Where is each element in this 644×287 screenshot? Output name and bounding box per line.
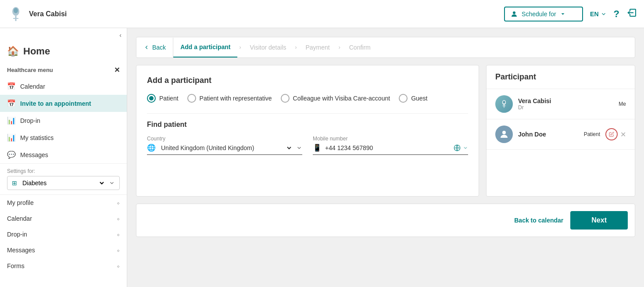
find-patient-title: Find patient bbox=[147, 121, 468, 129]
sidebar-section-header: Healthcare menu ✕ bbox=[0, 62, 127, 78]
vera-badge: Me bbox=[619, 101, 626, 107]
wizard-step-visitor-label: Visitor details bbox=[250, 44, 286, 51]
back-chevron-icon bbox=[143, 44, 150, 50]
header-right: Schedule for EN ? bbox=[504, 7, 637, 22]
forms-label: Forms bbox=[7, 262, 25, 269]
help-icon[interactable]: ? bbox=[614, 8, 619, 20]
john-remove-button[interactable]: ✕ bbox=[620, 130, 626, 139]
sidebar-item-statistics[interactable]: 📊 My statistics bbox=[0, 129, 127, 146]
person-icon bbox=[510, 10, 518, 18]
sidebar-item-my-profile[interactable]: My profile ⬦ bbox=[0, 195, 127, 211]
radio-patient-circle bbox=[147, 94, 156, 103]
sidebar-item-invite[interactable]: 📅 Invite to an appointment bbox=[0, 95, 127, 112]
phone-flag-dropdown[interactable] bbox=[453, 144, 468, 152]
sidebar-item-messages[interactable]: 💬 Messages bbox=[0, 146, 127, 163]
back-to-calendar-button[interactable]: Back to calendar bbox=[514, 217, 563, 224]
vera-info: Vera Cabisi Dr bbox=[518, 97, 613, 111]
radio-guest-circle bbox=[399, 94, 408, 103]
radio-patient-rep[interactable]: Patient with representative bbox=[187, 94, 272, 103]
vera-avatar bbox=[495, 95, 513, 113]
svg-point-7 bbox=[503, 101, 505, 104]
language-label: EN bbox=[590, 11, 598, 18]
svg-point-10 bbox=[502, 131, 506, 134]
sidebar-collapse-button[interactable]: ‹ bbox=[0, 28, 127, 42]
app-title: Vera Cabisi bbox=[29, 10, 67, 18]
wizard-step-visitor-details[interactable]: Visitor details bbox=[243, 38, 293, 57]
wizard-step-payment[interactable]: Payment bbox=[299, 38, 337, 57]
john-info: John Doe bbox=[518, 131, 579, 138]
calendar-exp-label: Calendar bbox=[7, 215, 32, 222]
wizard-step-confirm[interactable]: Confirm bbox=[342, 38, 378, 57]
radio-patient-rep-circle bbox=[187, 94, 196, 103]
logout-icon[interactable] bbox=[626, 7, 637, 20]
sidebar-item-dropin[interactable]: 📊 Drop-in bbox=[0, 112, 127, 129]
home-icon: 🏠 bbox=[7, 46, 19, 57]
messages-icon: 💬 bbox=[7, 151, 16, 159]
john-edit-button[interactable] bbox=[605, 128, 618, 140]
sidebar-item-dropin-exp[interactable]: Drop-in ⬦ bbox=[0, 226, 127, 242]
wizard-chevron-1: › bbox=[237, 44, 243, 50]
content-row: Add a participant Patient Patient with r… bbox=[136, 65, 635, 197]
sidebar-item-calendar-exp[interactable]: Calendar ⬦ bbox=[0, 211, 127, 226]
settings-chevron-icon bbox=[109, 180, 115, 186]
svg-point-4 bbox=[513, 11, 515, 14]
settings-select[interactable]: ⊞ Diabetes bbox=[7, 176, 120, 190]
sidebar: ‹ 🏠 Home Healthcare menu ✕ 📅 Calendar 📅 … bbox=[0, 28, 127, 287]
radio-colleague-circle bbox=[281, 94, 290, 103]
settings-dropdown[interactable]: Diabetes bbox=[21, 179, 105, 187]
invite-icon: 📅 bbox=[7, 99, 16, 108]
wizard-step-add-participant[interactable]: Add a participant bbox=[173, 37, 237, 57]
sidebar-item-messages-exp[interactable]: Messages ⬦ bbox=[0, 242, 127, 258]
globe-icon: 🌐 bbox=[147, 144, 156, 152]
header-left: Vera Cabisi bbox=[7, 5, 67, 23]
wizard-step-payment-label: Payment bbox=[306, 44, 330, 51]
messages-exp-expand-icon: ⬦ bbox=[117, 247, 120, 253]
john-avatar bbox=[495, 126, 513, 143]
radio-patient-label: Patient bbox=[159, 95, 179, 102]
wizard-chevron-3: › bbox=[337, 44, 342, 50]
add-participant-title: Add a participant bbox=[147, 76, 468, 85]
participant-type-group: Patient Patient with representative Coll… bbox=[147, 94, 468, 103]
settings-for-label: Settings for: bbox=[7, 168, 120, 174]
participant-vera: Vera Cabisi Dr Me bbox=[487, 89, 635, 119]
mobile-input[interactable] bbox=[325, 144, 450, 151]
main-layout: ‹ 🏠 Home Healthcare menu ✕ 📅 Calendar 📅 … bbox=[0, 28, 644, 287]
country-select-wrapper[interactable]: 🌐 United Kingdom (United Kingdom) bbox=[147, 144, 302, 155]
sidebar-invite-label: Invite to an appointment bbox=[20, 100, 91, 107]
language-selector[interactable]: EN bbox=[590, 11, 606, 18]
sidebar-item-calendar[interactable]: 📅 Calendar bbox=[0, 78, 127, 95]
schedule-for-dropdown[interactable]: Schedule for bbox=[504, 7, 583, 22]
settings-grid-icon: ⊞ bbox=[12, 179, 17, 187]
dropin-exp-label: Drop-in bbox=[7, 231, 27, 238]
mobile-group: Mobile number 📱 bbox=[313, 136, 468, 155]
country-select[interactable]: United Kingdom (United Kingdom) bbox=[159, 144, 293, 152]
mobile-input-wrapper: 📱 bbox=[313, 144, 468, 155]
john-actions: ✕ bbox=[605, 128, 626, 140]
sidebar-item-forms[interactable]: Forms ⬦ bbox=[0, 258, 127, 274]
mobile-label: Mobile number bbox=[313, 136, 468, 142]
healthcare-menu-label: Healthcare menu bbox=[7, 67, 53, 73]
logo-icon bbox=[7, 5, 25, 23]
participant-john: John Doe Patient ✕ bbox=[487, 119, 635, 150]
sidebar-home[interactable]: 🏠 Home bbox=[0, 42, 127, 62]
vera-name: Vera Cabisi bbox=[518, 97, 613, 104]
header: Vera Cabisi Schedule for EN ? bbox=[0, 0, 644, 28]
forms-expand-icon: ⬦ bbox=[117, 263, 120, 269]
svg-point-1 bbox=[14, 8, 18, 13]
wizard-back-button[interactable]: Back bbox=[136, 38, 173, 57]
radio-guest[interactable]: Guest bbox=[399, 94, 427, 103]
sidebar-dropin-label: Drop-in bbox=[20, 117, 40, 124]
my-profile-label: My profile bbox=[7, 199, 34, 206]
radio-patient[interactable]: Patient bbox=[147, 94, 179, 103]
next-button[interactable]: Next bbox=[570, 211, 628, 230]
healthcare-menu-close-icon[interactable]: ✕ bbox=[114, 66, 120, 74]
radio-colleague[interactable]: Colleague with Visiba Care-account bbox=[281, 94, 390, 103]
statistics-icon: 📊 bbox=[7, 133, 16, 142]
main-panel: Add a participant Patient Patient with r… bbox=[136, 65, 479, 197]
calendar-exp-expand-icon: ⬦ bbox=[117, 215, 120, 222]
flag-chevron-icon bbox=[463, 145, 468, 151]
wizard-back-label: Back bbox=[152, 44, 166, 51]
country-label: Country bbox=[147, 136, 302, 142]
chevron-down-icon bbox=[601, 11, 607, 17]
wizard-steps: Back Add a participant › Visitor details… bbox=[136, 37, 635, 58]
